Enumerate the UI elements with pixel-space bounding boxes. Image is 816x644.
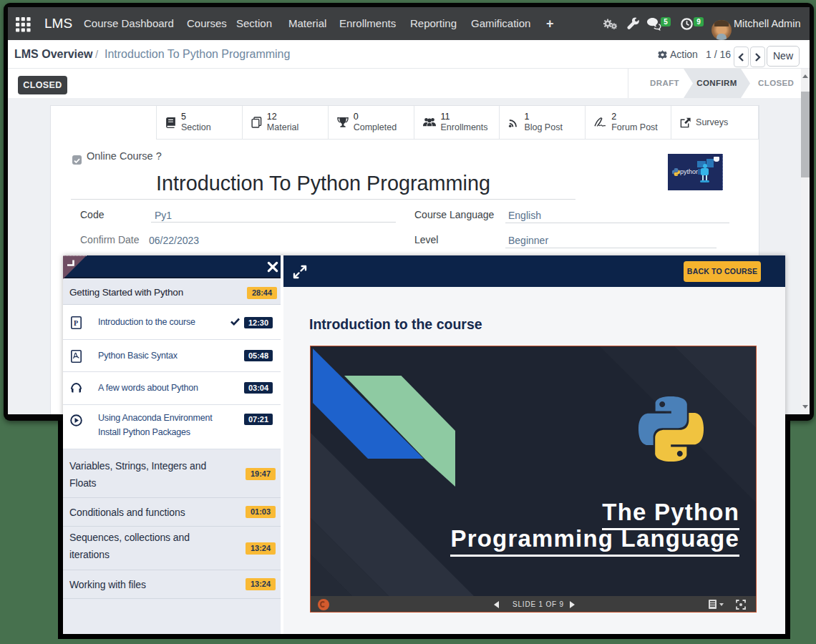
svg-text:P: P bbox=[74, 319, 78, 327]
